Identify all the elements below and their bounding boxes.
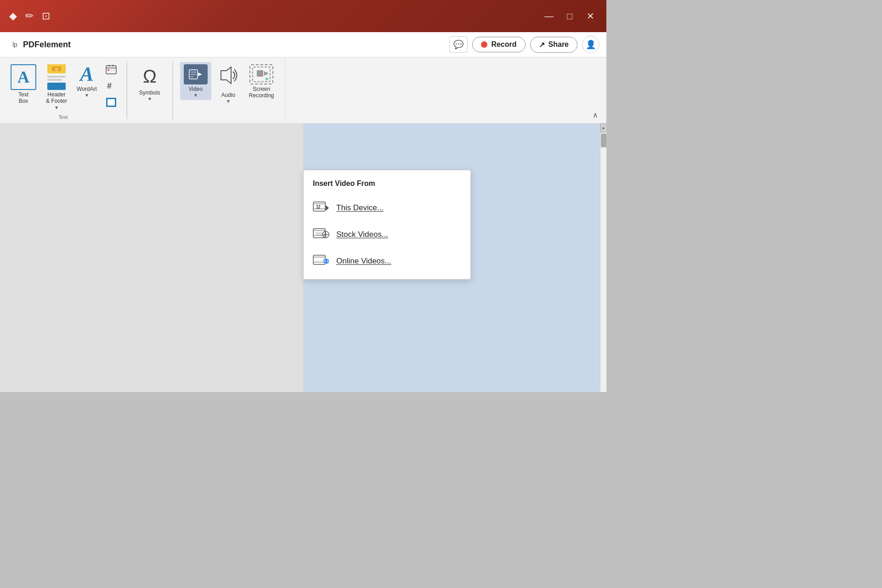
- calendar-icon: [106, 64, 117, 74]
- this-device-icon-svg: [313, 202, 329, 214]
- audio-button[interactable]: Audio ▼: [214, 62, 243, 106]
- svg-rect-27: [319, 205, 320, 207]
- online-videos-icon-svg: [313, 255, 329, 268]
- hf-line1: [47, 76, 66, 78]
- header-footer-arrow: ▼: [54, 105, 59, 110]
- svg-rect-35: [316, 232, 322, 235]
- screen-recording-button[interactable]: + ScreenRecording: [245, 62, 278, 101]
- svg-rect-19: [257, 70, 263, 77]
- stock-videos-item[interactable]: Stock Videos...: [304, 221, 470, 248]
- text-box-button[interactable]: A TextBox: [7, 62, 40, 107]
- frame-button[interactable]: [103, 95, 119, 110]
- diamond-icon[interactable]: ◆: [9, 10, 17, 22]
- hashtag-button[interactable]: #: [103, 78, 119, 93]
- small-icons-group: #: [103, 62, 119, 110]
- help-menu-item[interactable]: lp: [7, 39, 23, 50]
- ribbon-header-right: 💬 Record ↗ Share 👤: [449, 36, 599, 53]
- svg-rect-26: [317, 205, 318, 207]
- online-videos-label: Online Videos...: [336, 257, 391, 266]
- record-button[interactable]: Record: [472, 37, 525, 52]
- video-icon: [184, 64, 208, 84]
- minimize-button[interactable]: —: [542, 9, 556, 23]
- slide-left-area: [0, 123, 303, 392]
- this-device-item[interactable]: This Device...: [304, 195, 470, 221]
- svg-text:#: #: [107, 81, 112, 90]
- stock-videos-icon-svg: [313, 228, 329, 241]
- svg-rect-28: [317, 207, 320, 208]
- ribbon-group-media: Video ▼ Audio ▼: [173, 60, 285, 121]
- window-controls: — □ ✕: [542, 9, 597, 23]
- calendar-button[interactable]: [103, 62, 119, 77]
- expand-icon[interactable]: ⊡: [42, 10, 50, 22]
- scrollbar-track: ▲: [600, 123, 606, 392]
- hf-bottom: [47, 83, 66, 90]
- screen-recording-icon: +: [249, 64, 273, 84]
- svg-marker-16: [198, 73, 202, 76]
- header-top: ▤: [47, 64, 66, 73]
- symbols-group-label: [134, 118, 165, 121]
- ribbon-group-text: A TextBox ▤: [0, 60, 127, 121]
- ribbon-group-symbols: Ω Symbols ▼: [127, 60, 173, 121]
- header-footer-icon: ▤: [46, 64, 67, 90]
- wordart-button[interactable]: A WordArt ▼: [73, 62, 101, 100]
- video-arrow: ▼: [193, 93, 198, 98]
- share-label: Share: [548, 40, 569, 49]
- svg-marker-25: [326, 205, 329, 211]
- wordart-label: WordArt: [77, 86, 97, 92]
- hf-lines: [47, 76, 66, 81]
- media-group-label: [180, 118, 278, 121]
- svg-rect-11: [107, 99, 115, 106]
- header-icon-svg: ▤: [51, 66, 62, 72]
- svg-marker-17: [221, 67, 231, 84]
- scrollbar-thumb[interactable]: [601, 134, 606, 147]
- svg-rect-7: [110, 69, 112, 71]
- app-title: PDFelement: [23, 40, 71, 50]
- hashtag-icon: #: [106, 81, 117, 91]
- online-videos-item[interactable]: Online Videos...: [304, 248, 470, 274]
- collapse-ribbon-button[interactable]: ∧: [589, 110, 602, 121]
- comment-icon: 💬: [453, 39, 464, 50]
- dropdown-title: Insert Video From: [304, 175, 470, 195]
- maximize-button[interactable]: □: [563, 9, 577, 23]
- audio-label: Audio: [221, 92, 235, 98]
- text-group-label: Text: [7, 112, 119, 121]
- ribbon-group-symbols-items: Ω Symbols ▼: [134, 62, 165, 118]
- share-icon: ↗: [539, 40, 545, 49]
- ribbon-header: lp PDFelement 💬 Record ↗ Share 👤: [0, 32, 606, 57]
- profile-button[interactable]: 👤: [582, 36, 599, 53]
- frame-icon: [106, 97, 117, 107]
- header-footer-label: Header& Footer: [46, 91, 67, 105]
- record-dot-icon: [481, 41, 487, 48]
- symbols-label: Symbols: [139, 90, 160, 96]
- svg-rect-36: [313, 255, 325, 264]
- svg-text:▤: ▤: [55, 67, 58, 71]
- symbols-icon: Ω: [138, 64, 162, 88]
- header-footer-button[interactable]: ▤ Header& Footer ▼: [42, 62, 71, 112]
- svg-text:+: +: [265, 75, 269, 82]
- this-device-icon: [313, 201, 329, 215]
- profile-icon: 👤: [586, 39, 596, 50]
- audio-icon-svg: [217, 64, 239, 86]
- close-button[interactable]: ✕: [583, 9, 597, 23]
- text-box-label: TextBox: [18, 91, 28, 105]
- wordart-arrow: ▼: [85, 93, 89, 98]
- symbols-arrow: ▼: [147, 96, 152, 101]
- video-label: Video: [189, 86, 203, 92]
- comment-button[interactable]: 💬: [449, 36, 468, 53]
- scroll-up-button[interactable]: ▲: [600, 123, 607, 133]
- share-button[interactable]: ↗ Share: [530, 37, 577, 53]
- ribbon-group-text-items: A TextBox ▤: [7, 62, 119, 112]
- text-box-icon: A: [11, 64, 36, 90]
- pen-icon[interactable]: ✏: [25, 10, 34, 22]
- hf-line2: [47, 79, 62, 81]
- collapse-icon: ∧: [593, 111, 598, 119]
- wordart-icon: A: [80, 64, 93, 84]
- video-icon-svg: [189, 67, 203, 81]
- video-button[interactable]: Video ▼: [180, 62, 211, 100]
- this-device-label: This Device...: [336, 203, 384, 213]
- svg-rect-6: [107, 69, 109, 71]
- title-bar-left: ◆ ✏ ⊡: [9, 10, 50, 22]
- audio-arrow: ▼: [226, 99, 231, 104]
- symbols-button[interactable]: Ω Symbols ▼: [134, 62, 165, 104]
- title-bar: ◆ ✏ ⊡ — □ ✕: [0, 0, 606, 32]
